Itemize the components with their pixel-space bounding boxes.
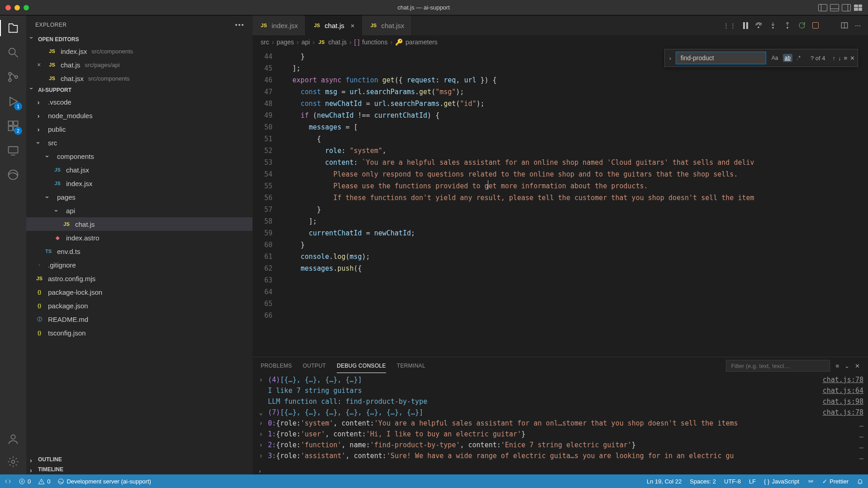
code-line[interactable]: } — [284, 239, 868, 251]
open-editor-item[interactable]: JS chat.jsx src/components — [26, 72, 253, 85]
code-line[interactable]: if (newChatId !== currentChatId) { — [284, 110, 868, 121]
debug-output-line[interactable]: ›(4) [{…}, {…}, {…}, {…}] — [259, 374, 809, 385]
debug-source-link[interactable] — [809, 429, 863, 440]
file-item[interactable]: JSchat.js — [26, 217, 253, 231]
code-content[interactable]: } ]; export async function get({ request… — [284, 49, 868, 357]
debug-activity[interactable]: 1 — [5, 93, 21, 110]
debug-output-line[interactable]: I like 7 string guitars — [259, 385, 809, 396]
tab-debug-console[interactable]: DEBUG CONSOLE — [337, 363, 386, 373]
debug-source-link[interactable]: chat.js:64 — [809, 385, 863, 396]
drag-handle-icon[interactable]: ⋮⋮ — [723, 22, 737, 29]
breadcrumb-segment[interactable]: chat.js — [329, 38, 347, 46]
toggle-secondary-sidebar-icon[interactable] — [842, 4, 851, 11]
match-case-icon[interactable]: Aa — [770, 54, 780, 62]
debug-output-line[interactable]: ›2: {role: 'function', name: 'find-produ… — [259, 440, 809, 450]
panel-chevron-icon[interactable]: ⌄ — [844, 363, 849, 369]
folder-item[interactable]: components — [26, 149, 253, 163]
debug-source-link[interactable] — [809, 450, 863, 461]
close-panel-icon[interactable]: ✕ — [855, 363, 860, 369]
regex-icon[interactable]: .* — [795, 54, 802, 62]
close-tab-icon[interactable]: × — [351, 22, 355, 29]
code-line[interactable]: If these functions don't yield any resul… — [284, 192, 868, 204]
project-folder-header[interactable]: AI-SUPPORT — [26, 85, 253, 95]
tab-output[interactable]: OUTPUT — [303, 363, 326, 369]
explorer-activity[interactable] — [5, 20, 21, 36]
split-editor-icon[interactable] — [840, 21, 849, 29]
copilot-status[interactable] — [807, 478, 814, 485]
find-prev-icon[interactable]: ↑ — [832, 55, 835, 62]
open-editor-item[interactable]: JS index.jsx src/components — [26, 44, 253, 58]
open-editors-header[interactable]: OPEN EDITORS — [26, 34, 253, 44]
remote-activity[interactable] — [5, 142, 21, 158]
cursor-position-status[interactable]: Ln 19, Col 22 — [647, 478, 682, 485]
debug-output-line[interactable]: LLM function call: find-product-by-type — [259, 396, 809, 407]
editor-tab[interactable]: JS chat.js × — [305, 15, 362, 35]
code-line[interactable]: Please only respond to questions related… — [284, 168, 868, 180]
debug-filter-input[interactable] — [726, 360, 830, 372]
editor-tab[interactable]: JS chat.jsx — [362, 15, 412, 35]
debug-output-line[interactable]: ›3: {role: 'assistant', content: 'Sure! … — [259, 450, 809, 461]
errors-status[interactable]: 0 — [19, 478, 31, 485]
maximize-window-button[interactable] — [24, 5, 29, 10]
code-line[interactable]: const newChatId = url.searchParams.get("… — [284, 98, 868, 110]
file-item[interactable]: ◦.gitignore — [26, 258, 253, 272]
close-window-button[interactable] — [5, 5, 11, 10]
file-item[interactable]: JSastro.config.mjs — [26, 272, 253, 285]
editor-tab[interactable]: JS index.jsx — [253, 15, 305, 35]
indent-status[interactable]: Spaces: 2 — [690, 478, 716, 485]
code-line[interactable]: ]; — [284, 215, 868, 227]
outline-header[interactable]: OUTLINE — [26, 455, 253, 464]
code-line[interactable]: messages = [ — [284, 121, 868, 133]
remote-indicator[interactable] — [5, 478, 11, 485]
prettier-status[interactable]: ✓ Prettier — [822, 478, 849, 485]
code-line[interactable]: currentChatId = newChatId; — [284, 227, 868, 239]
folder-item[interactable]: public — [26, 122, 253, 136]
pause-icon[interactable] — [743, 22, 748, 29]
minimize-window-button[interactable] — [14, 5, 20, 10]
file-item[interactable]: ◆index.astro — [26, 231, 253, 244]
folder-item[interactable]: node_modules — [26, 109, 253, 122]
file-item[interactable]: {}tsconfig.json — [26, 326, 253, 340]
eol-status[interactable]: LF — [749, 478, 756, 485]
match-whole-word-icon[interactable]: ab — [783, 54, 792, 62]
stop-icon[interactable] — [812, 22, 819, 29]
breadcrumbs[interactable]: src›pages›api›JSchat.js›[ ]functions›🔑pa… — [253, 35, 868, 49]
find-input[interactable] — [676, 52, 766, 64]
debug-source-link[interactable]: chat.js:78 — [809, 374, 863, 385]
step-over-icon[interactable] — [754, 21, 763, 29]
scm-activity[interactable] — [5, 69, 21, 85]
sidebar-more-icon[interactable] — [235, 24, 243, 26]
folder-item[interactable]: .vscode — [26, 95, 253, 109]
breadcrumb-segment[interactable]: pages — [277, 38, 294, 46]
find-next-icon[interactable]: ↓ — [838, 55, 841, 62]
code-line[interactable]: role: "system", — [284, 145, 868, 157]
debug-output-line[interactable]: ›1: {role: 'user', content: 'Hi, I like … — [259, 429, 809, 440]
debug-output-line[interactable]: ›0: {role: 'system', content: 'You are a… — [259, 418, 809, 429]
file-item[interactable]: ⓘREADME.md — [26, 312, 253, 326]
toggle-panel-icon[interactable] — [830, 4, 839, 11]
more-actions-icon[interactable]: ⋯ — [855, 22, 862, 29]
edge-activity[interactable] — [5, 167, 21, 183]
code-line[interactable]: content: `You are a helpful sales assist… — [284, 157, 868, 168]
code-line[interactable]: export async function get({ request: req… — [284, 74, 868, 86]
folder-item[interactable]: pages — [26, 190, 253, 204]
editor-body[interactable]: 4445464748495051525354555657585960616263… — [253, 49, 868, 357]
settings-activity[interactable] — [5, 454, 21, 470]
customize-layout-icon[interactable] — [854, 4, 863, 11]
debug-source-link[interactable]: chat.js:98 — [809, 396, 863, 407]
encoding-status[interactable]: UTF-8 — [724, 478, 741, 485]
file-item[interactable]: {}package-lock.json — [26, 285, 253, 299]
close-editor-icon[interactable]: × — [37, 61, 43, 68]
debug-console-output[interactable]: ›(4) [{…}, {…}, {…}, {…}] I like 7 strin… — [253, 374, 809, 468]
open-editor-item[interactable]: × JS chat.js src/pages/api — [26, 58, 253, 72]
search-activity[interactable] — [5, 44, 21, 61]
timeline-header[interactable]: TIMELINE — [26, 464, 253, 474]
breadcrumb-segment[interactable]: src — [261, 38, 269, 46]
collapse-all-icon[interactable]: ≡ — [835, 363, 839, 369]
code-line[interactable]: { — [284, 133, 868, 145]
close-find-icon[interactable]: ✕ — [850, 55, 855, 62]
breadcrumb-segment[interactable]: functions — [362, 38, 387, 46]
file-item[interactable]: JSindex.jsx — [26, 177, 253, 190]
find-in-selection-icon[interactable]: ≡ — [844, 55, 847, 62]
step-out-icon[interactable] — [783, 21, 792, 29]
